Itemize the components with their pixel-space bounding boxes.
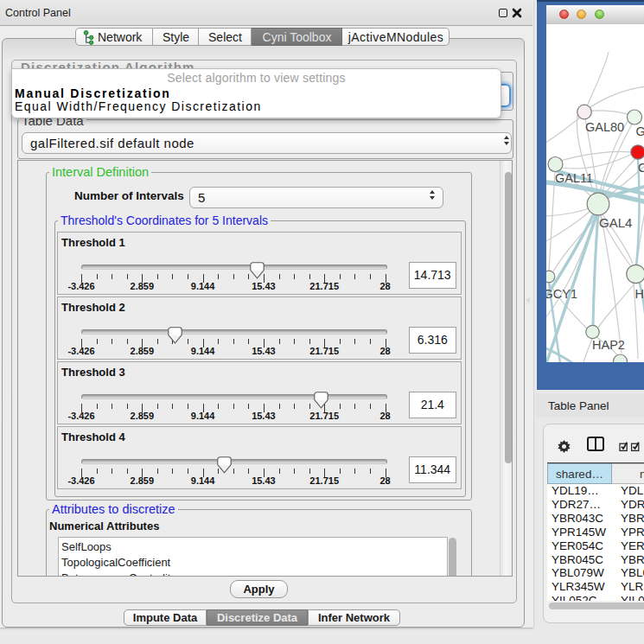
- svg-text:C: C: [638, 161, 644, 175]
- svg-text:H: H: [635, 287, 644, 301]
- svg-text:GAL80: GAL80: [585, 120, 624, 134]
- svg-text:GAL11: GAL11: [555, 171, 593, 185]
- svg-text:GAL4: GAL4: [599, 215, 632, 230]
- svg-text:GA: GA: [636, 124, 644, 138]
- svg-text:GCY1: GCY1: [546, 287, 577, 301]
- svg-text:HAP2: HAP2: [592, 338, 625, 352]
